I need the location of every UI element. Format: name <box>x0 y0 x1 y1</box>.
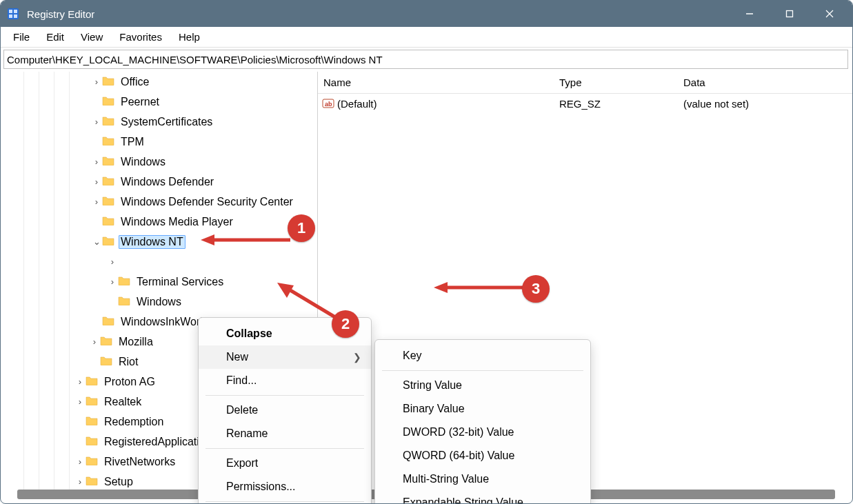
tree-node-label: SystemCertificates <box>119 115 214 129</box>
tree-node-label: Windows <box>119 155 168 169</box>
tree-node[interactable]: ›Office <box>1 72 318 92</box>
chevron-right-icon[interactable]: › <box>107 276 118 287</box>
folder-icon <box>102 95 119 108</box>
window-title: Registry Editor <box>27 8 94 20</box>
chevron-right-icon[interactable]: › <box>74 476 86 487</box>
chevron-right-icon[interactable]: › <box>91 196 102 207</box>
maximize-button[interactable] <box>770 1 810 27</box>
folder-icon <box>86 435 102 448</box>
string-value-icon: ab <box>322 97 334 110</box>
ctx-new[interactable]: New ❯ <box>199 345 371 369</box>
address-bar[interactable]: Computer\HKEY_LOCAL_MACHINE\SOFTWARE\Pol… <box>3 50 848 69</box>
content-area: ›OfficePeernet›SystemCertificatesTPM›Win… <box>1 72 852 503</box>
tree-node[interactable]: Peernet <box>1 92 318 112</box>
tree-node[interactable]: ›Terminal Services <box>1 272 318 292</box>
separator <box>205 501 364 502</box>
ctx-rename[interactable]: Rename <box>199 422 371 445</box>
folder-icon <box>86 455 102 468</box>
svg-rect-1 <box>9 10 12 13</box>
menu-view[interactable]: View <box>72 28 111 46</box>
folder-icon <box>102 135 119 148</box>
minimize-button[interactable] <box>730 1 770 27</box>
column-name[interactable]: Name <box>318 77 559 88</box>
chevron-right-icon[interactable]: › <box>89 336 100 347</box>
value-data: (value not set) <box>683 98 852 110</box>
close-button[interactable] <box>810 1 850 27</box>
tree-node[interactable]: ›Windows Defender <box>1 172 318 192</box>
chevron-right-icon[interactable]: › <box>91 117 102 127</box>
tree-node-label: Redemption <box>102 415 165 429</box>
folder-icon <box>102 75 119 88</box>
annotation-badge-2: 2 <box>332 310 359 338</box>
chevron-right-icon[interactable]: › <box>91 157 102 167</box>
ctx-new-binary[interactable]: Binary Value <box>375 397 590 421</box>
folder-icon <box>86 415 102 428</box>
svg-marker-12 <box>201 234 214 245</box>
tree-node[interactable]: ›Windows Defender Security Center <box>1 192 318 212</box>
chevron-right-icon[interactable]: › <box>107 256 118 267</box>
menu-file[interactable]: File <box>5 28 38 46</box>
tree-node-label: Peernet <box>119 95 161 109</box>
column-type[interactable]: Type <box>559 77 683 88</box>
ctx-new-dword[interactable]: DWORD (32-bit) Value <box>375 421 590 444</box>
ctx-new-multi[interactable]: Multi-String Value <box>375 467 590 491</box>
address-text: Computer\HKEY_LOCAL_MACHINE\SOFTWARE\Pol… <box>7 54 383 65</box>
tree-node[interactable]: Windows <box>1 292 318 312</box>
chevron-right-icon[interactable]: › <box>91 177 102 187</box>
chevron-down-icon[interactable]: ⌄ <box>91 236 102 247</box>
value-row-default[interactable]: ab (Default) REG_SZ (value not set) <box>318 94 852 113</box>
svg-rect-2 <box>14 10 17 13</box>
tree-node-label: Windows Defender <box>119 175 216 189</box>
chevron-right-icon[interactable]: › <box>74 456 86 467</box>
chevron-right-icon[interactable]: › <box>91 77 102 87</box>
folder-icon <box>102 215 119 228</box>
tree-node[interactable]: Windows Media Player <box>1 212 318 232</box>
folder-icon <box>86 475 102 488</box>
ctx-export[interactable]: Export <box>199 452 371 475</box>
chevron-right-icon[interactable]: › <box>74 376 86 387</box>
context-menu: Collapse New ❯ Find... Delete Rename Exp… <box>198 317 372 503</box>
tree-node-label: Windows <box>134 295 183 309</box>
menu-help[interactable]: Help <box>170 28 208 46</box>
values-header: Name Type Data <box>318 72 852 94</box>
ctx-find[interactable]: Find... <box>199 369 371 392</box>
ctx-new-expand[interactable]: Expandable String Value <box>375 491 590 503</box>
tree-node[interactable]: ›Windows <box>1 152 318 172</box>
tree-node[interactable]: ›SystemCertificates <box>1 112 318 132</box>
tree-node-label: Windows Media Player <box>119 215 235 229</box>
ctx-new-string[interactable]: String Value <box>375 374 590 397</box>
folder-icon <box>86 375 102 388</box>
registry-editor-window: Registry Editor File Edit View Favorites… <box>0 0 853 504</box>
tree-node-label: Proton AG <box>102 375 157 389</box>
context-submenu-new: Key String Value Binary Value DWORD (32-… <box>374 339 591 503</box>
ctx-new-qword[interactable]: QWORD (64-bit) Value <box>375 444 590 467</box>
menubar: File Edit View Favorites Help <box>1 27 852 48</box>
folder-icon <box>86 395 102 408</box>
svg-text:ab: ab <box>325 101 332 108</box>
separator <box>382 370 583 371</box>
annotation-badge-1: 1 <box>288 214 315 242</box>
annotation-arrow-1 <box>201 230 297 250</box>
column-data[interactable]: Data <box>683 77 852 88</box>
folder-icon <box>102 155 119 168</box>
tree-node[interactable]: › <box>1 252 318 272</box>
chevron-right-icon[interactable]: › <box>74 396 86 407</box>
ctx-delete[interactable]: Delete <box>199 399 371 422</box>
svg-rect-4 <box>14 14 17 18</box>
menu-favorites[interactable]: Favorites <box>111 28 170 46</box>
value-name: (Default) <box>337 98 559 110</box>
tree-node-label: TPM <box>119 135 146 149</box>
folder-icon <box>102 315 119 328</box>
folder-icon <box>102 115 119 128</box>
regedit-icon <box>6 7 20 21</box>
tree-node-label: Windows NT <box>119 235 185 249</box>
ctx-new-key[interactable]: Key <box>375 344 590 367</box>
menu-edit[interactable]: Edit <box>38 28 72 46</box>
folder-icon <box>100 335 117 348</box>
separator <box>205 448 364 449</box>
tree-node[interactable]: TPM <box>1 132 318 152</box>
ctx-permissions[interactable]: Permissions... <box>199 475 371 498</box>
folder-icon <box>118 295 134 308</box>
annotation-arrow-3 <box>434 277 530 298</box>
value-type: REG_SZ <box>559 98 683 110</box>
